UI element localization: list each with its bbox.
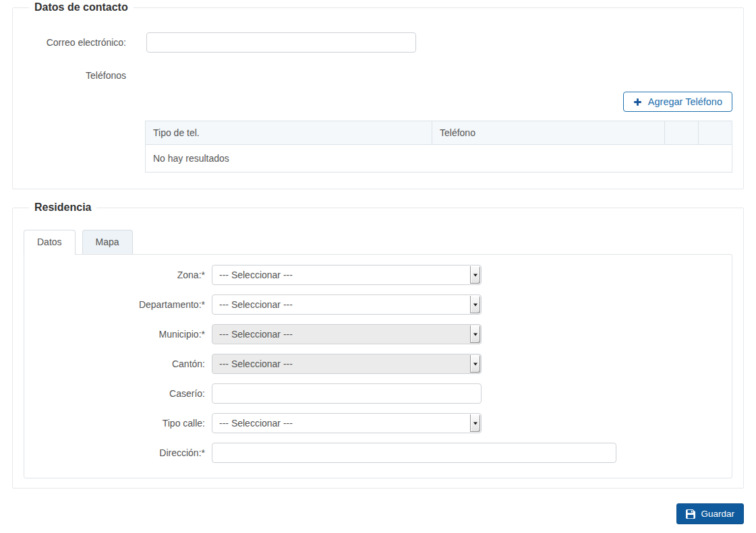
add-phone-button[interactable]: Agregar Teléfono [623,92,732,112]
email-row: Correo electrónico: [24,32,732,53]
phones-table-empty-message: No hay resultados [146,145,732,173]
contact-data-section: Datos de contacto Correo electrónico: Te… [12,1,744,189]
zona-select[interactable]: --- Seleccionar --- [212,265,482,285]
add-phone-button-row: Agregar Teléfono [145,92,732,112]
direccion-label: Dirección:* [34,447,205,458]
caserio-input[interactable] [212,383,482,404]
save-icon [686,509,695,519]
phones-table-empty-row: No hay resultados [146,145,732,173]
phones-table-header-phone: Teléfono [432,121,665,145]
chevron-down-icon [470,296,480,313]
email-input[interactable] [146,32,416,53]
phones-table-header-type: Tipo de tel. [146,121,432,145]
tab-datos[interactable]: Datos [24,230,76,255]
residence-section-legend: Residencia [29,201,96,214]
phones-label-row: Teléfonos [24,70,732,81]
direccion-row: Dirección:* [34,443,722,463]
residence-datos-panel: Zona:* --- Seleccionar --- Departamento:… [24,254,732,478]
residence-section: Residencia Datos Mapa Zona:* --- Selecci… [12,201,744,489]
chevron-down-icon [470,266,480,284]
contact-section-legend: Datos de contacto [29,1,134,13]
tipo-calle-select-value: --- Seleccionar --- [219,418,293,429]
departamento-row: Departamento:* --- Seleccionar --- [34,294,722,315]
zona-select-value: --- Seleccionar --- [219,270,293,280]
canton-label: Cantón: [34,358,205,369]
tipo-calle-label: Tipo calle: [34,418,205,429]
chevron-down-icon [470,355,480,373]
canton-select-value: --- Seleccionar --- [219,358,293,369]
municipio-select: --- Seleccionar --- [212,324,482,344]
tipo-calle-row: Tipo calle: --- Seleccionar --- [34,413,722,433]
phones-table-header-row: Tipo de tel. Teléfono [146,121,732,145]
phones-table-header-action2 [699,121,732,145]
caserio-label: Caserío: [34,388,205,399]
chevron-down-icon [470,325,480,343]
municipio-row: Municipio:* --- Seleccionar --- [34,324,722,344]
direccion-input[interactable] [212,443,616,463]
residence-tabs: Datos Mapa [24,230,732,254]
zona-label: Zona:* [34,270,205,280]
municipio-select-value: --- Seleccionar --- [219,329,293,340]
canton-select: --- Seleccionar --- [212,354,482,374]
zona-row: Zona:* --- Seleccionar --- [34,265,722,285]
phones-table-header-action1 [665,121,699,145]
departamento-select[interactable]: --- Seleccionar --- [212,294,482,315]
plus-icon [633,98,642,106]
phones-label: Teléfonos [24,70,126,81]
departamento-label: Departamento:* [34,299,205,310]
chevron-down-icon [470,414,480,432]
email-label: Correo electrónico: [24,37,126,48]
add-phone-button-label: Agregar Teléfono [648,96,722,107]
phones-table: Tipo de tel. Teléfono No hay resultados [145,121,732,173]
canton-row: Cantón: --- Seleccionar --- [34,354,722,374]
save-button-label: Guardar [701,509,734,519]
save-button[interactable]: Guardar [676,503,744,524]
tab-mapa[interactable]: Mapa [82,230,133,254]
footer-actions: Guardar [12,503,744,524]
caserio-row: Caserío: [34,383,722,404]
tipo-calle-select[interactable]: --- Seleccionar --- [212,413,482,433]
municipio-label: Municipio:* [34,329,205,340]
phones-content: Agregar Teléfono Tipo de tel. Teléfono N… [145,92,732,173]
departamento-select-value: --- Seleccionar --- [219,299,293,310]
